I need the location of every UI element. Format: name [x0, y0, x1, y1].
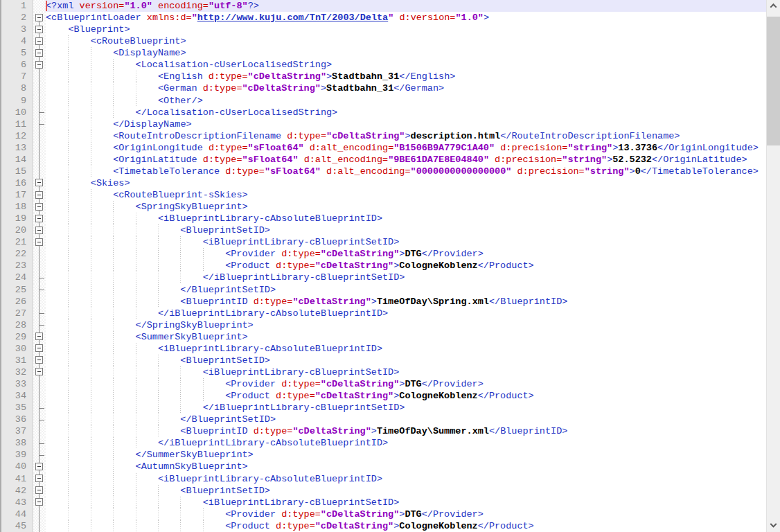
code-text[interactable]: <?xml version="1.0" encoding="utf-8"?>: [46, 0, 766, 12]
chevron-up-icon: [770, 3, 777, 10]
indent-guide: [46, 130, 68, 142]
code-text[interactable]: <Skies>: [46, 177, 766, 189]
fold-collapse-button[interactable]: [35, 203, 43, 211]
code-text[interactable]: <iBlueprintLibrary-cBlueprintSetID>: [46, 366, 766, 378]
code-text[interactable]: <iBlueprintLibrary-cAbsoluteBlueprintID>: [46, 213, 766, 224]
code-line: 3<Blueprint>: [1, 24, 766, 35]
fold-collapse-button[interactable]: [35, 179, 43, 186]
code-text[interactable]: <DisplayName>: [46, 47, 766, 59]
indent-guide: [68, 189, 90, 201]
fold-collapse-button[interactable]: [35, 14, 43, 21]
code-text[interactable]: <TimetableTolerance d:type="sFloat64" d:…: [46, 166, 766, 177]
indent-guide: [46, 260, 68, 272]
fold-collapse-button[interactable]: [35, 191, 43, 199]
scroll-down-button[interactable]: [767, 520, 780, 532]
indent-guide: [113, 425, 135, 437]
code-text[interactable]: <English d:type="cDeltaString">Stadtbahn…: [46, 71, 766, 82]
code-text[interactable]: <Provider d:type="cDeltaString">DTG</Pro…: [46, 508, 766, 520]
indent-guide: [113, 485, 135, 497]
line-number: 14: [1, 154, 33, 166]
code-text[interactable]: <Localisation-cUserLocalisedString>: [46, 59, 766, 71]
code-text[interactable]: <BlueprintSetID>: [46, 224, 766, 236]
fold-margin: [33, 402, 46, 414]
code-text[interactable]: </DisplayName>: [46, 118, 766, 130]
code-text[interactable]: <OriginLatitude d:type="sFloat64" d:alt_…: [46, 154, 766, 166]
fold-collapse-button[interactable]: [35, 49, 43, 57]
code-text[interactable]: </SummerSkyBlueprint>: [46, 449, 766, 461]
code-text[interactable]: </BlueprintSetID>: [46, 414, 766, 425]
code-text[interactable]: </iBlueprintLibrary-cBlueprintSetID>: [46, 272, 766, 283]
fold-end-mark: [39, 278, 44, 278]
fold-collapse-button[interactable]: [35, 356, 43, 364]
code-line: 39</SummerSkyBlueprint>: [1, 449, 766, 461]
code-text[interactable]: <Provider d:type="cDeltaString">DTG</Pro…: [46, 248, 766, 260]
code-text[interactable]: <cBlueprintLoader xmlns:d="http://www.ku…: [46, 12, 766, 24]
fold-collapse-button[interactable]: [35, 61, 43, 69]
line-number: 5: [1, 47, 33, 59]
code-text[interactable]: <OriginLongitude d:type="sFloat64" d:alt…: [46, 142, 766, 154]
code-line: 9<Other/>: [1, 95, 766, 107]
code-text[interactable]: <Other/>: [46, 95, 766, 107]
code-text[interactable]: <BlueprintSetID>: [46, 485, 766, 497]
code-text[interactable]: <Product d:type="cDeltaString">CologneKo…: [46, 260, 766, 272]
fold-collapse-button[interactable]: [35, 238, 43, 246]
code-text[interactable]: </BlueprintSetID>: [46, 284, 766, 296]
code-line: 17<cRouteBlueprint-sSkies>: [1, 189, 766, 201]
indent-guide: [68, 520, 90, 532]
code-line: 4<cRouteBlueprint>: [1, 35, 766, 47]
fold-collapse-button[interactable]: [35, 463, 43, 470]
fold-collapse-button[interactable]: [35, 498, 43, 506]
indent-guide: [46, 82, 68, 94]
code-text[interactable]: <iBlueprintLibrary-cBlueprintSetID>: [46, 236, 766, 248]
code-text[interactable]: <RouteIntroDescriptionFilename d:type="c…: [46, 130, 766, 142]
scrollbar-thumb[interactable]: [767, 17, 780, 145]
fold-collapse-button[interactable]: [35, 37, 43, 45]
code-text[interactable]: <Blueprint>: [46, 24, 766, 35]
code-text[interactable]: <Provider d:type="cDeltaString">DTG</Pro…: [46, 378, 766, 390]
fold-collapse-button[interactable]: [35, 344, 43, 352]
code-text[interactable]: <BlueprintSetID>: [46, 355, 766, 366]
code-text[interactable]: <German d:type="cDeltaString">Stadtbahn_…: [46, 82, 766, 94]
code-text[interactable]: </SpringSkyBlueprint>: [46, 319, 766, 331]
code-text[interactable]: <cRouteBlueprint-sSkies>: [46, 189, 766, 201]
code-text[interactable]: </iBlueprintLibrary-cAbsoluteBlueprintID…: [46, 308, 766, 319]
indent-guide: [68, 308, 90, 319]
fold-collapse-button[interactable]: [35, 368, 43, 375]
vertical-scrollbar[interactable]: [766, 0, 780, 532]
code-text[interactable]: <iBlueprintLibrary-cBlueprintSetID>: [46, 497, 766, 508]
code-text[interactable]: <iBlueprintLibrary-cAbsoluteBlueprintID>: [46, 473, 766, 485]
indent-guide: [68, 177, 90, 189]
code-text[interactable]: <BlueprintID d:type="cDeltaString">TimeO…: [46, 425, 766, 437]
indent-guide: [113, 71, 135, 82]
code-text[interactable]: <SpringSkyBlueprint>: [46, 201, 766, 213]
code-editor[interactable]: 1<?xml version="1.0" encoding="utf-8"?>2…: [1, 0, 766, 532]
fold-collapse-button[interactable]: [35, 215, 43, 222]
code-text[interactable]: <cRouteBlueprint>: [46, 35, 766, 47]
code-text[interactable]: <BlueprintID d:type="cDeltaString">TimeO…: [46, 296, 766, 308]
fold-collapse-button[interactable]: [35, 332, 43, 340]
code-text[interactable]: <Product d:type="cDeltaString">CologneKo…: [46, 520, 766, 532]
indent-guide: [46, 402, 68, 414]
code-text[interactable]: <Product d:type="cDeltaString">CologneKo…: [46, 390, 766, 402]
code-text[interactable]: <AutumnSkyBlueprint>: [46, 461, 766, 472]
indent-guide: [136, 71, 158, 82]
fold-margin: [33, 485, 46, 497]
code-text[interactable]: </Localisation-cUserLocalisedString>: [46, 107, 766, 118]
indent-guide: [180, 390, 202, 402]
fold-collapse-button[interactable]: [35, 26, 43, 33]
code-text[interactable]: <SummerSkyBlueprint>: [46, 331, 766, 343]
code-text[interactable]: </iBlueprintLibrary-cAbsoluteBlueprintID…: [46, 437, 766, 449]
fold-collapse-button[interactable]: [35, 227, 43, 234]
code-line: 14<OriginLatitude d:type="sFloat64" d:al…: [1, 154, 766, 166]
scroll-up-button[interactable]: [767, 0, 780, 12]
fold-collapse-button[interactable]: [35, 475, 43, 482]
code-text[interactable]: </iBlueprintLibrary-cBlueprintSetID>: [46, 402, 766, 414]
code-line: 42<BlueprintSetID>: [1, 485, 766, 497]
code-line: 41<iBlueprintLibrary-cAbsoluteBlueprintI…: [1, 473, 766, 485]
indent-guide: [113, 437, 135, 449]
fold-margin: [33, 378, 46, 390]
fold-margin: [33, 355, 46, 366]
indent-guide: [46, 331, 68, 343]
code-text[interactable]: <iBlueprintLibrary-cAbsoluteBlueprintID>: [46, 343, 766, 355]
fold-collapse-button[interactable]: [35, 486, 43, 494]
